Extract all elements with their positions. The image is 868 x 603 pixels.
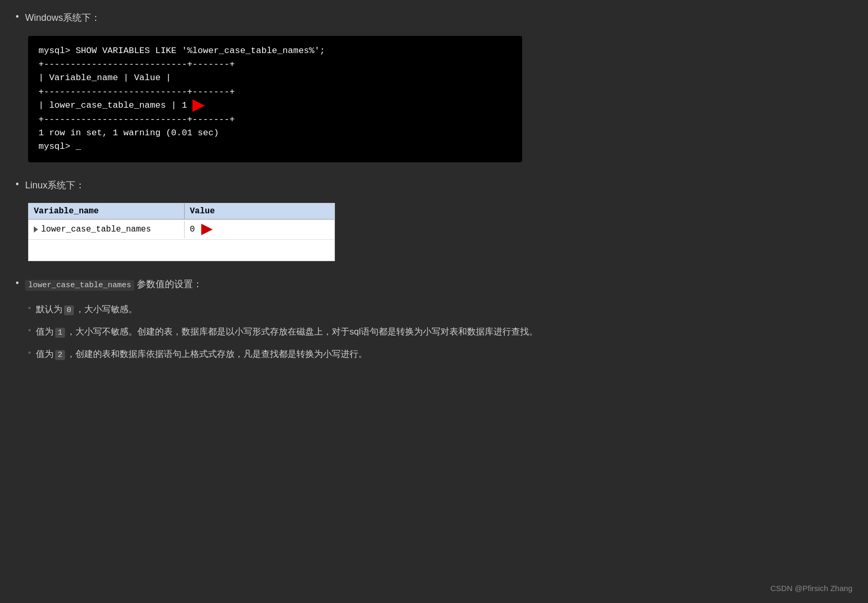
sub-bullet-dot-1: ◦	[28, 326, 31, 334]
param-bullet: • lower_case_table_names 参数值的设置：	[16, 277, 852, 292]
sub-2-prefix: 值为	[36, 349, 54, 359]
sub-2-suffix: ，创建的表和数据库依据语句上格式式存放，凡是查找都是转换为小写进行。	[67, 349, 367, 359]
terminal-line-3: | Variable_name | Value |	[38, 71, 512, 85]
terminal-line-5-text: | lower_case_table_names | 1	[38, 99, 187, 112]
linux-row-var: lower_case_table_names	[29, 221, 185, 238]
sub-bullet-1: ◦ 值为1，大小写不敏感。创建的表，数据库都是以小写形式存放在磁盘上，对于sql…	[28, 325, 852, 340]
param-bullet-dot: •	[16, 278, 19, 289]
linux-table-row: lower_case_table_names 0	[29, 220, 334, 240]
linux-section: • Linux系统下： Variable_name Value lower_ca…	[16, 178, 852, 262]
param-code: lower_case_table_names	[25, 280, 134, 291]
linux-col-val-header: Value	[185, 203, 220, 219]
row-triangle-icon	[34, 226, 38, 233]
param-label-suffix: 参数值的设置：	[134, 279, 202, 289]
terminal-line-1: mysql> SHOW VARIABLES LIKE '%lower_case_…	[38, 44, 512, 58]
linux-row-val-text: 0	[190, 225, 195, 234]
watermark: CSDN @Pfirsich Zhang	[770, 584, 852, 593]
red-arrow-linux	[201, 224, 213, 235]
linux-table: Variable_name Value lower_case_table_nam…	[28, 203, 335, 261]
terminal-line-4: +---------------------------+-------+	[38, 85, 512, 99]
sub-0-suffix: ，大小写敏感。	[75, 304, 137, 314]
terminal-line-5: | lower_case_table_names | 1	[38, 99, 512, 112]
linux-bullet-dot: •	[16, 179, 19, 190]
sub-2-code: 2	[55, 350, 65, 360]
windows-label: Windows系统下：	[25, 10, 100, 25]
sub-1-code: 1	[55, 328, 65, 338]
sub-1-prefix: 值为	[36, 327, 54, 337]
sub-0-code: 0	[64, 305, 74, 315]
linux-bullet: • Linux系统下：	[16, 178, 852, 193]
windows-section: • Windows系统下： mysql> SHOW VARIABLES LIKE…	[16, 10, 852, 162]
windows-bullet-dot: •	[16, 11, 19, 22]
terminal-line-7: 1 row in set, 1 warning (0.01 sec)	[38, 126, 512, 140]
linux-table-header: Variable_name Value	[29, 203, 334, 220]
sub-bullet-0: ◦ 默认为0，大小写敏感。	[28, 302, 852, 317]
red-arrow-terminal	[192, 99, 205, 112]
sub-bullet-text-2: 值为2，创建的表和数据库依据语句上格式式存放，凡是查找都是转换为小写进行。	[36, 347, 367, 362]
table-padding	[29, 240, 334, 261]
terminal-line-8: mysql> _	[38, 140, 512, 153]
linux-row-var-text: lower_case_table_names	[41, 225, 151, 234]
sub-bullets-list: ◦ 默认为0，大小写敏感。 ◦ 值为1，大小写不敏感。创建的表，数据库都是以小写…	[28, 302, 852, 362]
sub-1-suffix: ，大小写不敏感。创建的表，数据库都是以小写形式存放在磁盘上，对于sql语句都是转…	[67, 327, 538, 337]
sub-bullet-dot-0: ◦	[28, 303, 31, 312]
sub-bullet-2: ◦ 值为2，创建的表和数据库依据语句上格式式存放，凡是查找都是转换为小写进行。	[28, 347, 852, 362]
linux-col-var-header: Variable_name	[29, 203, 185, 219]
sub-0-prefix: 默认为	[36, 304, 62, 314]
linux-label: Linux系统下：	[25, 178, 85, 193]
sub-bullet-text-1: 值为1，大小写不敏感。创建的表，数据库都是以小写形式存放在磁盘上，对于sql语句…	[36, 325, 538, 340]
terminal-line-6: +---------------------------+-------+	[38, 113, 512, 126]
param-section: • lower_case_table_names 参数值的设置： ◦ 默认为0，…	[16, 277, 852, 362]
param-label: lower_case_table_names 参数值的设置：	[25, 277, 202, 292]
sub-bullet-dot-2: ◦	[28, 348, 31, 356]
windows-bullet: • Windows系统下：	[16, 10, 852, 25]
terminal-block: mysql> SHOW VARIABLES LIKE '%lower_case_…	[28, 36, 522, 162]
linux-row-val: 0	[185, 220, 218, 239]
terminal-line-2: +---------------------------+-------+	[38, 58, 512, 71]
sub-bullet-text-0: 默认为0，大小写敏感。	[36, 302, 137, 317]
